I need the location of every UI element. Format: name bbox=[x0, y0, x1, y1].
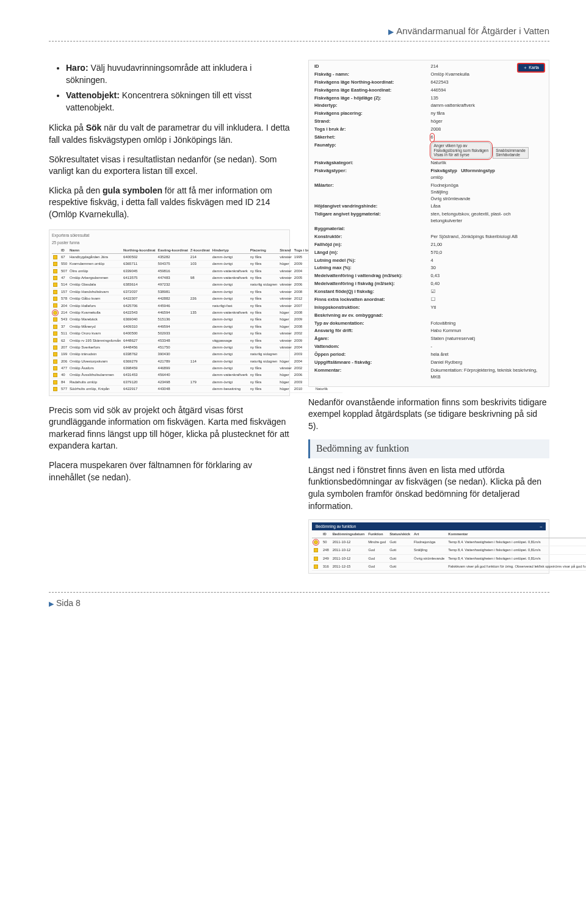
row-open-icon[interactable] bbox=[53, 255, 57, 259]
result-header[interactable]: Z-koordinat bbox=[189, 247, 211, 254]
bedom-bar-collapse-icon[interactable]: – bbox=[540, 524, 542, 529]
table-row[interactable]: 40Omlöp Åvsslithultsdammen6431453456440d… bbox=[52, 372, 342, 378]
detail-key: Medelvattenföring i fiskväg (m3/sek): bbox=[313, 280, 429, 288]
row-open-icon[interactable] bbox=[53, 325, 57, 329]
result-cell: 390430 bbox=[157, 351, 189, 358]
table-row[interactable]: 507Ölns omlöp6339045459816damm-vattenkra… bbox=[52, 267, 342, 274]
row-open-icon[interactable] bbox=[53, 276, 57, 280]
result-cell: Omlöp Åvsslithultsdammen bbox=[68, 372, 122, 378]
detail-value: höger bbox=[429, 118, 546, 126]
row-open-icon[interactable] bbox=[53, 373, 57, 377]
table-row[interactable]: 47Omlöp Arbergsdammen641357544748398damm… bbox=[52, 275, 342, 281]
row-open-icon[interactable] bbox=[53, 387, 57, 391]
result-header[interactable]: Easting-koordinat bbox=[157, 247, 189, 254]
bedom-cell: Temp 8,4. Vattenhastigheten i fiskvägen … bbox=[446, 546, 586, 554]
result-cell bbox=[189, 337, 211, 344]
bedom-header[interactable]: Status/skick bbox=[388, 530, 412, 538]
detail-value: Naturlik bbox=[429, 159, 546, 167]
result-cell: 6422543 bbox=[122, 309, 157, 316]
result-cell: ny fåra bbox=[249, 316, 278, 323]
bedom-header[interactable]: Art bbox=[412, 530, 446, 538]
bedom-header[interactable]: ID bbox=[321, 530, 331, 538]
row-open-icon[interactable] bbox=[53, 269, 57, 273]
row-open-icon[interactable] bbox=[53, 352, 57, 356]
row-open-icon[interactable] bbox=[53, 331, 57, 336]
table-row[interactable]: 2492011-10-12GodGottÖvrig strömlevandeTe… bbox=[312, 554, 586, 562]
detail-key: Höjdangivet vandringshinde: bbox=[313, 203, 429, 211]
row-open-icon[interactable] bbox=[53, 311, 57, 315]
detail-value: Habo Kommun bbox=[429, 327, 546, 335]
row-open-icon[interactable] bbox=[53, 290, 57, 294]
result-header[interactable]: Northing-koordinat bbox=[122, 247, 157, 254]
result-cell: 507 bbox=[60, 267, 68, 274]
table-row[interactable]: 206Omlöp Ulvestorpskvarn6369279421789114… bbox=[52, 358, 342, 364]
result-cell: 214 bbox=[60, 309, 68, 316]
table-row[interactable]: 477Omlöp Åsafors6398459446899damm-övrigt… bbox=[52, 365, 342, 372]
row-open-icon[interactable] bbox=[53, 380, 57, 384]
bedom-cell: Gott bbox=[388, 554, 412, 562]
bedom-cell: 2011-10-12 bbox=[331, 554, 367, 562]
row-open-icon[interactable] bbox=[53, 366, 57, 370]
table-row[interactable]: 37Omlöp Måneryd6409310449594damm-övrigtn… bbox=[52, 323, 342, 330]
result-cell: naturlig sidogren bbox=[249, 281, 278, 288]
result-cell: Omlöp Ulvestorpskvarn bbox=[68, 358, 122, 364]
bedom-cell: Övrig strömlevande bbox=[412, 554, 446, 562]
result-cell: 40 bbox=[60, 372, 68, 378]
table-row[interactable]: 3162011-12-15GodGottFalskkvarn viser på … bbox=[312, 562, 586, 570]
detail-key: Öppen period: bbox=[313, 351, 429, 359]
bedom-cell: 2011-10-12 bbox=[331, 538, 367, 546]
table-row[interactable]: 502011-10-12Mindre godGottFlodnejonögaTe… bbox=[312, 538, 586, 546]
detail-value: Per Sjöstrand, Jönköpings fiskeribiologi… bbox=[429, 233, 546, 241]
karta-button[interactable]: ＋ Karta bbox=[517, 63, 545, 73]
row-open-icon[interactable] bbox=[53, 297, 57, 301]
result-header[interactable]: Placering bbox=[249, 247, 278, 254]
row-open-icon[interactable] bbox=[314, 565, 318, 569]
table-row[interactable]: 514Omlöp Glasdala6383614497232damm-övrig… bbox=[52, 281, 342, 288]
bedom-bar-title: Bedömning av funktion bbox=[316, 524, 356, 529]
table-row[interactable]: 67Handbygdagården Jära6400502435282214da… bbox=[52, 253, 342, 260]
result-cell: damm-övrigt bbox=[211, 378, 249, 385]
result-header[interactable]: Namn bbox=[68, 247, 122, 254]
row-open-icon[interactable] bbox=[53, 338, 57, 342]
table-row[interactable]: 214Omlöp Kvarnekulla6422543446594135damm… bbox=[52, 309, 342, 316]
row-open-icon[interactable] bbox=[53, 345, 57, 350]
result-header[interactable]: Hindertyp bbox=[211, 247, 249, 254]
bedom-header[interactable]: Funktion bbox=[366, 530, 388, 538]
table-row[interactable]: 550Kvarndammen omlöp6365711504375103damm… bbox=[52, 261, 342, 267]
result-cell: 226 bbox=[189, 295, 211, 302]
result-header[interactable]: ID bbox=[60, 247, 68, 254]
row-open-icon[interactable] bbox=[314, 548, 318, 552]
result-cell: damm-övrigt bbox=[211, 253, 249, 260]
table-row[interactable]: 157Omlöp Handshultskvarn6372037538981dam… bbox=[52, 288, 342, 295]
table-row[interactable]: 511Omlöp Ororo kvarn6400500502933damm-öv… bbox=[52, 330, 342, 337]
row-open-icon[interactable] bbox=[53, 317, 57, 322]
row-open-icon[interactable] bbox=[53, 359, 57, 364]
result-cell: höger bbox=[278, 309, 293, 316]
row-open-icon[interactable] bbox=[53, 283, 57, 287]
row-open-icon[interactable] bbox=[53, 303, 57, 308]
result-cell: höger bbox=[278, 261, 293, 267]
table-row[interactable]: 62Omlöp rv 195 Skämningsforsån6448627453… bbox=[52, 337, 342, 344]
table-row[interactable]: 543Omlöp Marebäck6369040515136damm-övrig… bbox=[52, 316, 342, 323]
result-cell: damm-övrigt bbox=[211, 261, 249, 267]
bedom-header[interactable]: Bedömningsdatum bbox=[331, 530, 367, 538]
table-row[interactable]: 204Omlöp Hallefors6425706445946naturligt… bbox=[52, 302, 342, 309]
row-open-icon[interactable] bbox=[53, 262, 57, 266]
table-row[interactable]: 2482011-10-12GodGottSnäljlingTemp 8,4. V… bbox=[312, 546, 586, 554]
table-row[interactable]: 577Södrhults omlöp, Knipån6422917443048d… bbox=[52, 386, 342, 392]
result-header[interactable]: Strand bbox=[278, 247, 293, 254]
bedom-header[interactable]: Kommentar bbox=[446, 530, 586, 538]
table-row[interactable]: 207Omlöp Sverkerfors6448456451750damm-öv… bbox=[52, 344, 342, 350]
result-cell: ny fåra bbox=[249, 295, 278, 302]
detail-key: Ägare: bbox=[313, 335, 429, 343]
result-cell: 206 bbox=[60, 358, 68, 364]
table-row[interactable]: 84Radahults omlöp6379120423498179damm-öv… bbox=[52, 378, 342, 385]
result-cell: 6398459 bbox=[122, 365, 157, 372]
bedom-cell: Flodnejonöga bbox=[412, 538, 446, 546]
result-cell: 477 bbox=[60, 365, 68, 372]
result-export-label[interactable]: Exportera sökresultat bbox=[52, 233, 287, 238]
row-open-icon[interactable] bbox=[314, 540, 318, 544]
table-row[interactable]: 578Omlöp Gåbo kvarn6422307442882226damm-… bbox=[52, 295, 342, 302]
table-row[interactable]: 199Omlöp tränudstn6338762390430damm-övri… bbox=[52, 351, 342, 358]
row-open-icon[interactable] bbox=[314, 557, 318, 561]
